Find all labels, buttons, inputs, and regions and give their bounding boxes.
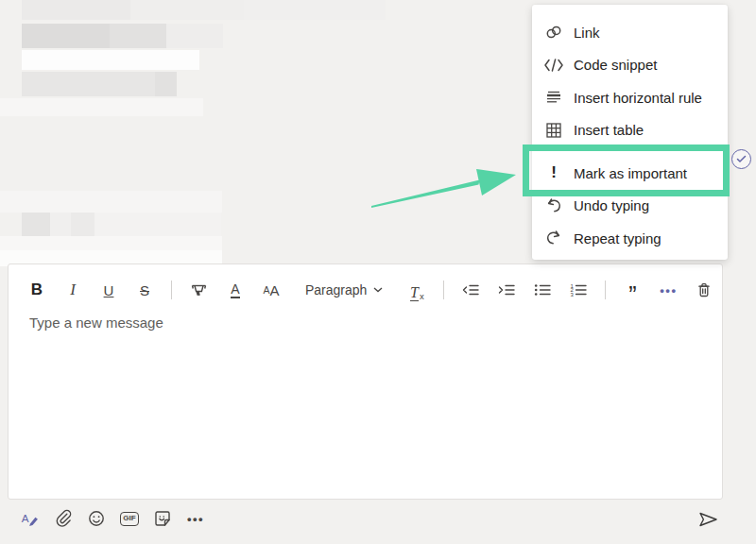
undo-icon [543, 196, 564, 215]
format-context-menu: Link Code snippet Insert horizontal [532, 5, 728, 260]
menu-item-label: Undo typing [574, 197, 649, 213]
important-icon: ! [543, 163, 564, 182]
annotation-arrow [362, 163, 527, 215]
menu-item-label: Code snippet [574, 57, 657, 73]
indent-icon [497, 281, 516, 298]
bulleted-list-button[interactable] [533, 279, 552, 301]
menu-item-label: Mark as important [574, 165, 687, 181]
gif-button[interactable]: GIF [120, 508, 139, 529]
attach-button[interactable] [54, 508, 73, 529]
toolbar-divider [605, 280, 606, 299]
more-dots-glyph: ••• [660, 283, 677, 298]
check-circle-badge [731, 149, 751, 169]
bold-glyph: B [31, 280, 43, 299]
send-button[interactable] [697, 510, 719, 529]
font-color-glyph: A [231, 282, 239, 298]
emoji-icon [87, 509, 106, 528]
clear-format-x-glyph: x [420, 291, 424, 301]
highlighter-icon [189, 281, 209, 299]
menu-item-label: Insert table [574, 122, 644, 138]
menu-item-link[interactable]: Link [532, 16, 728, 49]
italic-glyph: I [70, 280, 76, 299]
delete-draft-button[interactable] [695, 279, 713, 301]
numbered-list-icon: 1 2 3 [569, 281, 588, 298]
paperclip-icon [54, 509, 73, 528]
toolbar-divider [443, 280, 444, 299]
format-button[interactable]: A [21, 508, 40, 529]
quote-button[interactable]: ” [623, 279, 642, 301]
font-size-button[interactable]: AA [262, 279, 281, 301]
redo-icon [543, 229, 564, 247]
bulleted-list-icon [533, 281, 552, 298]
horizontal-rule-icon [543, 88, 564, 107]
svg-text:A: A [22, 512, 29, 524]
menu-item-code-snippet[interactable]: Code snippet [532, 49, 728, 82]
clear-format-t-glyph: T [410, 285, 419, 301]
clear-formatting-button[interactable]: T x [407, 279, 426, 301]
chevron-down-icon [373, 287, 383, 293]
underline-glyph: U [104, 282, 114, 298]
strikethrough-button[interactable]: S [135, 279, 154, 301]
paragraph-label: Paragraph [305, 282, 367, 298]
font-size-large-glyph: A [270, 282, 280, 298]
outdent-button[interactable] [461, 279, 480, 301]
emoji-button[interactable] [87, 508, 106, 529]
table-icon [543, 121, 564, 140]
strikethrough-glyph: S [140, 282, 149, 298]
trash-icon [695, 280, 713, 299]
menu-item-repeat-typing[interactable]: Repeat typing [532, 222, 728, 255]
bold-button[interactable]: B [27, 279, 46, 301]
indent-button[interactable] [497, 279, 516, 301]
menu-item-label: Repeat typing [574, 230, 662, 246]
quote-glyph: ” [628, 280, 636, 299]
numbered-list-button[interactable]: 1 2 3 [569, 279, 588, 301]
sticker-button[interactable] [153, 508, 172, 529]
font-size-small-glyph: A [263, 284, 269, 296]
menu-item-horizontal-rule[interactable]: Insert horizontal rule [532, 81, 728, 114]
menu-item-undo-typing[interactable]: Undo typing [532, 190, 728, 223]
italic-button[interactable]: I [63, 279, 82, 301]
outdent-icon [461, 281, 480, 298]
highlight-color-button[interactable] [189, 279, 209, 301]
format-a-pen-icon: A [21, 509, 40, 528]
teams-chat-screen: Link Code snippet Insert horizontal [0, 0, 756, 544]
menu-item-mark-as-important[interactable]: ! Mark as important [532, 157, 728, 190]
composer-action-bar: A GIF ••• [21, 508, 205, 529]
svg-text:3: 3 [571, 292, 575, 298]
menu-item-insert-table[interactable]: Insert table [532, 114, 728, 147]
sticker-icon [153, 509, 172, 528]
more-dots-glyph: ••• [187, 512, 204, 526]
font-color-button[interactable]: A [226, 279, 245, 301]
format-toolbar: B I U S A AA Paragraph T [27, 279, 709, 301]
link-icon [543, 23, 564, 42]
toolbar-divider [171, 280, 172, 299]
toolbar-more-button[interactable]: ••• [659, 279, 678, 301]
underline-button[interactable]: U [99, 279, 118, 301]
code-icon [543, 58, 564, 73]
menu-item-label: Insert horizontal rule [574, 90, 702, 106]
menu-item-label: Link [574, 25, 600, 41]
message-composer: B I U S A AA Paragraph T [8, 264, 723, 500]
paragraph-dropdown[interactable]: Paragraph [305, 282, 383, 298]
send-plane-icon [697, 510, 719, 529]
actions-more-button[interactable]: ••• [186, 508, 205, 529]
message-input[interactable]: Type a new message [29, 314, 722, 331]
gif-icon: GIF [120, 512, 139, 526]
